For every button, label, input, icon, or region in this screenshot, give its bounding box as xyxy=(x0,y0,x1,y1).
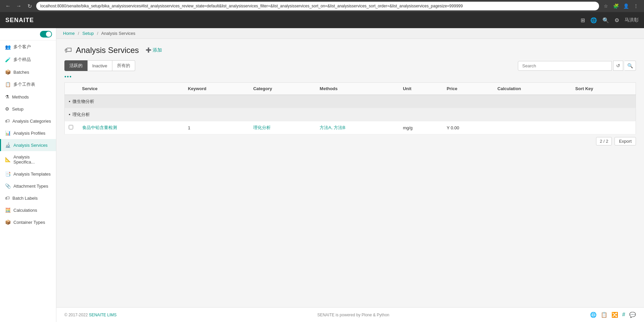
pagination-row: 2 / 2 Export xyxy=(64,134,636,148)
footer-icon-2[interactable]: 🔀 xyxy=(611,312,618,318)
app-wrapper: SENAITE ⊞ 🌐 🔍 ⚙ 马洪彰 👥多个客户🧪多个样品📦Batches📋多… xyxy=(0,12,644,322)
sidebar-item-label: Methods xyxy=(12,94,29,100)
cell-methods: 方法A, 方法B xyxy=(316,121,399,134)
sidebar-item-analysis-specifica...[interactable]: 📐Analysis Specifica... xyxy=(0,151,56,168)
service-link[interactable]: 食品中铅含量检测 xyxy=(82,125,117,130)
menu-button[interactable]: ⋮ xyxy=(632,2,640,10)
sidebar-item-label: 多个客户 xyxy=(13,44,31,50)
page-content: 🏷 Analysis Services ➕ 添加 活跃的Inactive所有的 … xyxy=(56,39,644,307)
cell-unit: mg/g xyxy=(399,121,443,134)
search-icon[interactable]: 🔍 xyxy=(602,17,609,23)
page-title-row: 🏷 Analysis Services ➕ 添加 xyxy=(64,46,636,55)
sidebar-item-analysis-profiles[interactable]: 📊Analysis Profiles xyxy=(0,127,56,139)
settings-icon[interactable]: ⚙ xyxy=(614,17,619,23)
sidebar-icon: 📐 xyxy=(5,157,11,162)
search-input[interactable] xyxy=(518,61,612,71)
sidebar-item-label: Container Types xyxy=(13,220,45,225)
browser-actions: ☆ 🧩 👤 ⋮ xyxy=(602,2,640,10)
sidebar-item-label: Batches xyxy=(13,70,29,75)
filter-tab-Inactive[interactable]: Inactive xyxy=(88,60,112,71)
sidebar-item-calculations[interactable]: 🧮Calculations xyxy=(0,204,56,216)
app-header: SENAITE ⊞ 🌐 🔍 ⚙ 马洪彰 xyxy=(0,12,644,28)
filter-tab-活跃的[interactable]: 活跃的 xyxy=(64,60,88,71)
sidebar-item-analysis-categories[interactable]: 🏷Analysis Categories xyxy=(0,115,56,127)
cell-price: Y 0.00 xyxy=(443,121,493,134)
sidebar-icon: 📦 xyxy=(5,69,11,75)
sidebar-icon: 👥 xyxy=(5,44,11,50)
header-right: ⊞ 🌐 🔍 ⚙ 马洪彰 xyxy=(581,17,639,23)
footer-powered-text: SENAITE is powered by xyxy=(317,313,361,317)
th-methods: Methods xyxy=(316,83,399,95)
breadcrumb: Home / Setup / Analysis Services xyxy=(56,28,644,39)
footer-powered-link[interactable]: Plone & Python xyxy=(362,313,389,317)
content-area: Home / Setup / Analysis Services 🏷 Analy… xyxy=(56,28,644,322)
group-row-0: ▪微生物分析 xyxy=(65,95,636,108)
profile-button[interactable]: 👤 xyxy=(622,2,630,10)
sidebar-icon: ⚙ xyxy=(5,106,9,112)
footer-icon-3[interactable]: # xyxy=(622,312,625,318)
footer-brand-link[interactable]: SENAITE LIMS xyxy=(89,313,117,317)
sidebar-icon: 🧮 xyxy=(5,207,11,213)
page-title-icon: 🏷 xyxy=(64,46,72,55)
reload-button[interactable]: ↻ xyxy=(25,2,34,10)
th-keyword: Keyword xyxy=(184,83,249,95)
breadcrumb-setup[interactable]: Setup xyxy=(83,31,94,36)
sidebar-icon: 🏷 xyxy=(5,195,10,201)
breadcrumb-current: Analysis Services xyxy=(101,31,136,36)
add-button[interactable]: ➕ 添加 xyxy=(143,46,165,55)
sidebar-item-methods[interactable]: ⚗Methods xyxy=(0,91,56,103)
footer-left: © 2017-2022 SENAITE LIMS xyxy=(64,313,117,317)
table-header: ServiceKeywordCategoryMethodsUnitPriceCa… xyxy=(65,83,636,95)
row-checkbox-cell xyxy=(65,121,78,134)
globe-icon[interactable]: 🌐 xyxy=(590,17,597,23)
forward-button[interactable]: → xyxy=(15,2,23,10)
sidebar-icon: 📎 xyxy=(5,183,11,189)
sidebar-item-label: Analysis Profiles xyxy=(13,131,45,136)
sidebar-item-label: Analysis Templates xyxy=(13,172,51,177)
sidebar-icon: 🏷 xyxy=(5,118,10,124)
category-link[interactable]: 理化分析 xyxy=(253,125,271,130)
extension-button[interactable]: 🧩 xyxy=(612,2,620,10)
breadcrumb-home[interactable]: Home xyxy=(63,31,75,36)
export-button[interactable]: Export xyxy=(614,137,636,145)
sidebar-item-setup[interactable]: ⚙Setup xyxy=(0,103,56,115)
back-button[interactable]: ← xyxy=(4,2,12,10)
sidebar-item-container-types[interactable]: 📦Container Types xyxy=(0,216,56,228)
search-button[interactable]: 🔍 xyxy=(625,61,636,71)
sidebar-item-多个工作表[interactable]: 📋多个工作表 xyxy=(0,78,56,91)
footer-icon-0[interactable]: 🌐 xyxy=(590,312,597,318)
filter-tab-所有的[interactable]: 所有的 xyxy=(112,60,135,71)
sidebar-item-多个客户[interactable]: 👥多个客户 xyxy=(0,41,56,53)
grid-icon[interactable]: ⊞ xyxy=(581,17,585,23)
sidebar-item-attachment-types[interactable]: 📎Attachment Types xyxy=(0,180,56,192)
sidebar-item-batches[interactable]: 📦Batches xyxy=(0,66,56,78)
cell-calculation xyxy=(493,121,571,134)
page-title: Analysis Services xyxy=(76,46,139,55)
sidebar-item-label: Attachment Types xyxy=(13,184,48,189)
row-checkbox[interactable] xyxy=(69,125,73,129)
address-bar[interactable] xyxy=(36,2,599,10)
sidebar-item-analysis-services[interactable]: 🔬Analysis Services xyxy=(0,139,56,151)
main-layout: 👥多个客户🧪多个样品📦Batches📋多个工作表⚗Methods⚙Setup🏷A… xyxy=(0,28,644,322)
footer-icon-1[interactable]: 📋 xyxy=(601,312,607,318)
table-row: 食品中铅含量检测1理化分析方法A, 方法Bmg/gY 0.00 xyxy=(65,121,636,134)
user-menu[interactable]: 马洪彰 xyxy=(625,17,639,23)
bookmark-button[interactable]: ☆ xyxy=(602,2,610,10)
sidebar-icon: 🧪 xyxy=(5,57,11,62)
expand-icon[interactable]: ▪ xyxy=(69,112,70,117)
sidebar-toggle-area xyxy=(0,28,56,41)
cell-sort_key xyxy=(571,121,636,134)
filter-tabs: 活跃的Inactive所有的 xyxy=(64,60,135,71)
sidebar-item-analysis-templates[interactable]: 📑Analysis Templates xyxy=(0,168,56,180)
more-options[interactable]: ••• xyxy=(64,74,636,80)
sidebar-item-多个样品[interactable]: 🧪多个样品 xyxy=(0,53,56,66)
sidebar-item-batch-labels[interactable]: 🏷Batch Labels xyxy=(0,192,56,204)
sidebar-toggle-switch[interactable] xyxy=(40,31,52,38)
search-reset-button[interactable]: ↺ xyxy=(613,61,623,71)
footer-icon-4[interactable]: 💬 xyxy=(629,312,636,318)
breadcrumb-sep-1: / xyxy=(78,31,79,36)
methods-link[interactable]: 方法A, 方法B xyxy=(320,125,345,130)
expand-icon[interactable]: ▪ xyxy=(69,99,70,104)
th-sort-key: Sort Key xyxy=(571,83,636,95)
sidebar: 👥多个客户🧪多个样品📦Batches📋多个工作表⚗Methods⚙Setup🏷A… xyxy=(0,28,56,322)
